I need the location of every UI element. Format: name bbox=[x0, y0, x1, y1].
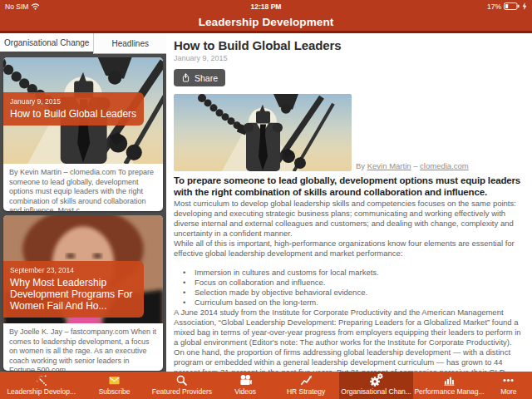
article-view: How to Build Global Leaders January 9, 2… bbox=[166, 33, 532, 399]
byline-prefix: By bbox=[356, 161, 367, 170]
toolbar-item-featured-providers[interactable]: Featured Providers bbox=[146, 372, 218, 399]
byline-separator: – bbox=[411, 161, 421, 170]
source-link[interactable]: clomedia.com bbox=[420, 161, 469, 170]
article-byline: By Kevin Martin – clomedia.com bbox=[356, 161, 469, 171]
share-icon bbox=[181, 72, 190, 83]
bar-chart-icon bbox=[443, 373, 456, 387]
share-button[interactable]: Share bbox=[174, 69, 225, 86]
bullet-item: Immersion in cultures and customs for lo… bbox=[180, 268, 524, 278]
toolbar-item-label: Videos bbox=[234, 387, 256, 396]
toolbar-item-leadership-development[interactable]: Leadership Develop... bbox=[0, 372, 82, 399]
toolbar-item-subscribe[interactable]: Subscribe bbox=[82, 372, 145, 399]
toolbar-item-organisational-change[interactable]: Organisational Chan... bbox=[339, 372, 414, 399]
article-paragraph: While all of this is important, high-per… bbox=[174, 239, 524, 259]
share-label: Share bbox=[195, 73, 218, 83]
toolbar-item-label: Leadership Develop... bbox=[7, 387, 76, 396]
toolbar-item-label: Featured Providers bbox=[152, 387, 212, 396]
nav-bar: Leadership Development bbox=[0, 12, 532, 33]
toolbar-item-label: More bbox=[500, 387, 516, 396]
article-title: How to Build Global Leaders bbox=[174, 38, 524, 52]
article-card-list: January 9, 2015 How to Build Global Lead… bbox=[0, 54, 166, 399]
clock: 12:18 PM bbox=[0, 2, 532, 11]
card-date: September 23, 2014 bbox=[10, 266, 137, 274]
toolbar-item-hr-strategy[interactable]: HR Strategy bbox=[273, 372, 339, 399]
article-date: January 9, 2015 bbox=[174, 54, 524, 62]
article-card-women-programs[interactable]: September 23, 2014 Why Most Leadership D… bbox=[3, 215, 163, 371]
author-link[interactable]: Kevin Martin bbox=[367, 161, 411, 170]
toolbar-item-label: Organisational Chan... bbox=[341, 387, 411, 396]
envelope-icon bbox=[108, 373, 121, 387]
bullet-item: Focus on collaboration and influence. bbox=[180, 278, 524, 288]
satellite-dish-icon bbox=[35, 373, 47, 387]
toolbar-item-label: Performance Manag... bbox=[414, 387, 484, 396]
card-image-woman: September 23, 2014 Why Most Leadership D… bbox=[3, 215, 163, 323]
card-title-overlay: September 23, 2014 Why Most Leadership D… bbox=[3, 261, 144, 318]
toolbar-item-more[interactable]: More bbox=[485, 372, 532, 399]
status-bar: No SIM 12:18 PM 17% bbox=[0, 0, 532, 12]
card-title-overlay: January 9, 2015 How to Build Global Lead… bbox=[3, 92, 144, 126]
article-image-robot bbox=[174, 94, 352, 171]
bottom-toolbar: Leadership Develop... Subscribe Featured… bbox=[0, 372, 532, 399]
article-sidebar: Organisational Change Headlines January … bbox=[0, 33, 166, 399]
article-paragraph: Most curriculum to develop global leader… bbox=[174, 199, 524, 239]
line-chart-icon bbox=[300, 373, 313, 387]
article-card-global-leaders[interactable]: January 9, 2015 How to Build Global Lead… bbox=[3, 57, 163, 211]
toolbar-item-performance-management[interactable]: Performance Manag... bbox=[413, 372, 485, 399]
toolbar-item-label: HR Strategy bbox=[287, 387, 325, 396]
card-title: How to Build Global Leaders bbox=[10, 108, 137, 120]
toolbar-item-label: Subscribe bbox=[99, 387, 131, 396]
tab-organisational-change[interactable]: Organisational Change bbox=[0, 33, 93, 54]
bullet-item: Curriculum based on the long-term. bbox=[180, 298, 524, 308]
card-excerpt: By Joelle K. Jay – fastcompany.com When … bbox=[3, 323, 163, 371]
video-camera-icon bbox=[239, 373, 252, 387]
card-excerpt: By Kevin Martin – clomedia.com To prepar… bbox=[3, 164, 163, 211]
tab-headlines[interactable]: Headlines bbox=[93, 33, 166, 54]
search-icon bbox=[175, 373, 188, 387]
card-image-robot: January 9, 2015 How to Build Global Lead… bbox=[3, 57, 163, 164]
toolbar-item-videos[interactable]: Videos bbox=[218, 372, 273, 399]
bullet-item: Selection made by objective behavioral e… bbox=[180, 288, 524, 298]
ellipsis-icon bbox=[502, 373, 515, 387]
app-screen: No SIM 12:18 PM 17% Leadership Developme… bbox=[0, 0, 532, 399]
card-date: January 9, 2015 bbox=[10, 97, 137, 106]
card-title: Why Most Leadership Development Programs… bbox=[10, 277, 137, 312]
article-bullet-list: Immersion in cultures and customs for lo… bbox=[180, 268, 524, 308]
article-lead: To prepare someone to lead globally, dev… bbox=[174, 175, 524, 198]
sidebar-tabs: Organisational Change Headlines bbox=[0, 33, 166, 54]
gears-icon bbox=[370, 373, 383, 387]
app-title: Leadership Development bbox=[199, 16, 334, 28]
